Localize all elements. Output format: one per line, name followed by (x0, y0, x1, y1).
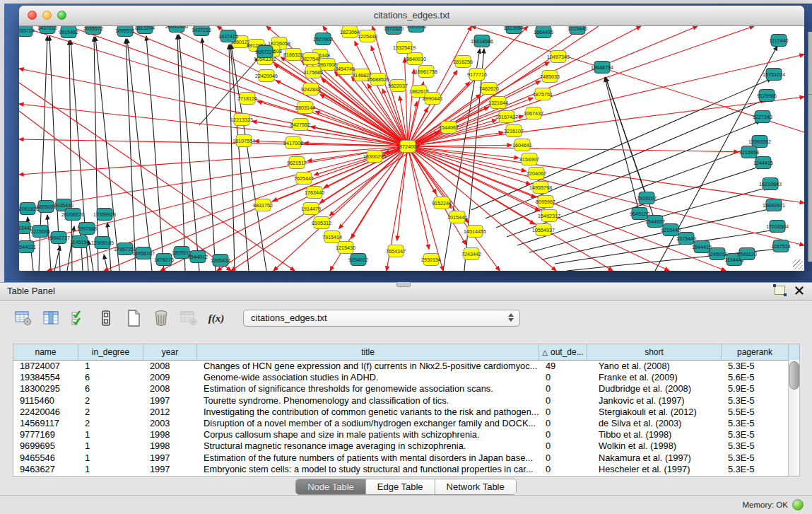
graph-node-label: 2718120 (237, 95, 257, 102)
graph-edge-directed-red[interactable] (408, 146, 726, 271)
function-builder-icon[interactable]: f(x) (207, 309, 225, 327)
show-columns-icon[interactable] (42, 309, 60, 327)
graph-edge-directed-red[interactable] (405, 58, 408, 146)
graph-edge-directed-black[interactable] (517, 166, 761, 245)
window-resize-grip[interactable] (793, 259, 803, 269)
column-header-short[interactable]: short (587, 344, 722, 360)
graph-edge-directed-red[interactable] (408, 146, 531, 185)
delete-table-icon[interactable] (180, 309, 198, 327)
table-cell: 22420046 (13, 407, 78, 418)
graph-node-label: 2035440 (54, 202, 73, 209)
graph-edge-directed-black[interactable] (606, 77, 647, 198)
graph-edge-directed-red[interactable] (408, 146, 526, 171)
select-columns-icon[interactable] (69, 309, 88, 327)
table-selector-dropdown[interactable]: citations_edges.txt (243, 310, 520, 327)
graph-edge-directed-red[interactable] (408, 146, 739, 152)
table-cell: 1 (78, 361, 143, 372)
table-cell: 5.6E-5 (722, 372, 789, 383)
new-column-icon[interactable] (124, 309, 143, 327)
table-cell: 5.3E-5 (722, 418, 789, 429)
graph-edge-directed-black[interactable] (229, 45, 235, 271)
table-cell: 2012 (143, 407, 197, 418)
graph-edge-directed-red[interactable] (408, 146, 466, 245)
table-options-icon[interactable] (14, 309, 33, 327)
graph-edge-directed-black[interactable] (605, 78, 640, 214)
table-row[interactable]: 1938455462009Genome-wide association stu… (13, 372, 799, 383)
graph-edge-directed-black[interactable] (179, 35, 199, 271)
graph-node-label: 2803144 (295, 105, 315, 111)
graph-node-label: 10497343 (547, 54, 570, 60)
memory-status-label: Memory: OK (742, 501, 788, 509)
graph-edge-directed-red[interactable] (408, 145, 512, 146)
table-row[interactable]: 969969511998Structural magnetic resonanc… (13, 440, 799, 452)
column-header-in_degree[interactable]: in_degree (78, 344, 143, 360)
column-header-pagerank[interactable]: pagerank (722, 344, 789, 360)
graph-node-label: 1604641 (512, 142, 532, 148)
graph-node-label: 9129966 (757, 93, 777, 99)
table-row[interactable]: 911546021997Tourette syndrome. Phenomeno… (13, 395, 799, 407)
tab-edge-table[interactable]: Edge Table (366, 479, 435, 494)
table-cell: 1998 (143, 429, 197, 440)
graph-edge-directed-black[interactable] (95, 37, 119, 271)
column-header-title[interactable]: title (197, 344, 539, 360)
graph-node-label: 1067437 (524, 110, 543, 117)
network-view-window[interactable]: citations_edges.txt 18724007183002959860… (19, 6, 804, 271)
table-cell: Estimation of the future numbers of pati… (197, 452, 539, 464)
graph-node-label: 1167534 (771, 243, 790, 250)
graph-node-label: 14955798 (529, 185, 552, 191)
graph-edge-directed-black[interactable] (230, 45, 249, 271)
graph-edge-directed-red[interactable] (314, 146, 408, 175)
graph-node-label: 3175685 (303, 69, 323, 76)
window-titlebar[interactable]: citations_edges.txt (19, 6, 804, 26)
table-selector-value: citations_edges.txt (251, 313, 327, 323)
close-panel-icon[interactable] (795, 286, 804, 295)
graph-node-label: 18107554 (233, 138, 255, 144)
citation-network-graph[interactable]: 1872400718300295986012389129541822605898… (19, 26, 804, 271)
tab-node-table[interactable]: Node Table (296, 479, 366, 494)
table-row[interactable]: 1830029562008Estimation of significance … (13, 383, 799, 395)
graph-node-label: 1544067 (439, 124, 459, 131)
table-cell: 5.9E-5 (722, 383, 789, 395)
table-cell: 6 (78, 372, 143, 383)
graph-node-label: 1215430 (336, 245, 355, 251)
table-cell: Wolkin et al. (1998) (587, 440, 722, 452)
table-cell: 0 (539, 407, 587, 418)
table-row[interactable]: 1456911722003Disruption of a novel membe… (13, 418, 799, 429)
column-header-out_de[interactable]: △out_de... (539, 344, 587, 360)
graph-node-label: 9105334 (406, 26, 426, 30)
split-pane-handle[interactable] (396, 282, 411, 287)
graph-edge-directed-black[interactable] (202, 38, 216, 271)
graph-node-label: 1225443 (358, 33, 377, 40)
graph-node-label: 1816256 (453, 59, 473, 65)
table-row[interactable]: 977716911998Corpus callosum shape and si… (13, 429, 799, 440)
graph-node-label: 9177716 (467, 71, 487, 78)
column-header-year[interactable]: year (143, 344, 197, 360)
graph-node-label: 9227343 (753, 114, 772, 120)
graph-node-label: 7243442 (461, 251, 481, 257)
table-scrollbar[interactable] (788, 360, 799, 476)
tab-network-table[interactable]: Network Table (435, 479, 516, 494)
network-canvas[interactable]: 1872400718300295986012389129541822605898… (19, 26, 804, 271)
graph-edge-directed-black[interactable] (94, 37, 98, 271)
column-header-name[interactable]: name (13, 344, 78, 360)
table-row[interactable]: 946362711997Embryonic stem cells: a mode… (13, 464, 799, 475)
table-scrollbar-thumb[interactable] (789, 361, 799, 390)
row-toggle-icon[interactable] (97, 309, 115, 327)
table-row[interactable]: 2242004622012Investigating the contribut… (13, 407, 799, 418)
graph-node-label: 1527602 (313, 36, 333, 42)
graph-edge-directed-black[interactable] (104, 255, 107, 271)
graph-node-label: 8215958 (739, 149, 759, 156)
table-row[interactable]: 1872400712008Changes of HCN gene express… (13, 361, 799, 372)
graph-edge-directed-red[interactable] (408, 26, 754, 146)
graph-node-label: 9242848 (301, 86, 321, 93)
table-row[interactable]: 946554611997Estimation of the future num… (13, 452, 799, 464)
float-panel-icon[interactable] (775, 286, 785, 295)
memory-status-indicator[interactable] (792, 499, 804, 510)
table-cell: Hescheler et al. (1997) (587, 464, 722, 475)
graph-edge-directed-black[interactable] (47, 215, 51, 271)
graph-node-label: 7625447 (294, 175, 314, 182)
delete-column-icon[interactable] (152, 309, 170, 327)
graph-node-label: 15692971 (763, 202, 785, 209)
table-cell: 6 (78, 383, 143, 395)
table-cell: 0 (539, 464, 587, 475)
